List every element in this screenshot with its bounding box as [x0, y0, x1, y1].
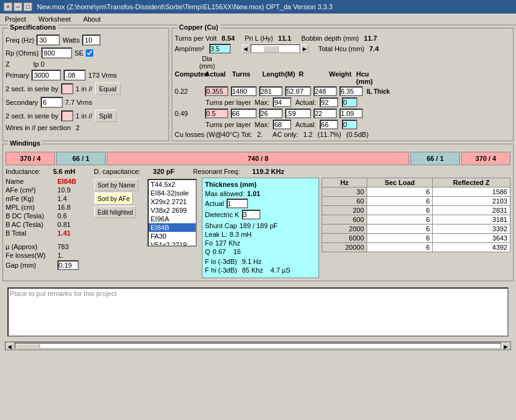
- inductance-row: Inductance: 5.6 mH D. capacitance: 320 p…: [6, 168, 510, 175]
- row2-turns[interactable]: [231, 109, 257, 118]
- flo-label: F lo (-3dB): [205, 258, 237, 265]
- menu-project[interactable]: Project: [2, 15, 28, 23]
- row2-r[interactable]: [285, 109, 311, 118]
- res-freq-label: Resonant Freq:: [193, 168, 240, 175]
- freq-cell: 30: [322, 187, 367, 197]
- row1-hcu[interactable]: [339, 86, 363, 96]
- tpl2-label: Turns per layer: [206, 121, 251, 128]
- scroll-left-btn[interactable]: ◄: [242, 44, 249, 53]
- sort-afe-button[interactable]: Sort by AFe: [94, 192, 133, 205]
- col-hcu: Hcu (mm): [356, 70, 384, 85]
- row2-actual[interactable]: [205, 109, 228, 118]
- total-hcu-label: Total Hcu (mm): [318, 45, 365, 52]
- rp-input[interactable]: 800: [41, 47, 72, 59]
- table-row: 60063181: [322, 215, 510, 224]
- actual-input[interactable]: [227, 199, 248, 208]
- btot-label: B Total: [6, 229, 55, 237]
- menu-about[interactable]: About: [81, 15, 104, 23]
- scroll-right-btn[interactable]: ►: [301, 44, 309, 53]
- list-item-ei96a[interactable]: EI96A: [149, 215, 196, 223]
- scroll-left[interactable]: ◄: [6, 342, 14, 350]
- row1-r[interactable]: [285, 86, 311, 96]
- pri-l-label: Pri L (Hy): [245, 35, 273, 42]
- copper-scrollbar[interactable]: [251, 44, 300, 53]
- table-row: 200063392: [322, 224, 510, 234]
- list-item-fa30[interactable]: FA30: [149, 232, 196, 241]
- cu-losses-label: Cu losses (W@40°C) Tot:: [175, 131, 252, 138]
- edit-button[interactable]: Edit hilighted: [94, 206, 136, 218]
- wires-val: 2: [76, 124, 80, 131]
- sect-par-label: 1 in //: [76, 85, 93, 93]
- sect-serie-input[interactable]: [61, 83, 73, 94]
- shunt-cap-label: Shunt Cap: [205, 222, 237, 229]
- bobbin-label: Bobbin depth (mm): [301, 35, 359, 42]
- close-button[interactable]: ×: [4, 2, 12, 11]
- scroll-thumb[interactable]: [15, 344, 40, 350]
- bac-label: B AC (Tesla): [6, 221, 55, 228]
- copper-panel: Copper (Cu) Turns per Volt 8.54 Pri L (H…: [172, 28, 514, 141]
- amp-mm2-input[interactable]: [209, 44, 231, 54]
- list-item-v51[interactable]: V51x2 2719: [149, 241, 196, 247]
- row2-hcu[interactable]: [339, 109, 363, 118]
- fhi-extra: 4.7 µS: [270, 266, 290, 274]
- row1-turns[interactable]: [231, 86, 257, 96]
- tpl2-max-input[interactable]: [273, 120, 291, 130]
- list-item-ei84b[interactable]: EI84B: [149, 223, 196, 232]
- il-thick-label: IL Thick: [367, 88, 390, 95]
- mu-val: 783: [57, 243, 69, 250]
- horizontal-scrollbar[interactable]: ◄ ►: [5, 342, 511, 350]
- primary-ip-input[interactable]: [64, 70, 86, 81]
- freq-cell: 3181: [433, 215, 510, 224]
- row1-actual[interactable]: [205, 86, 228, 96]
- maximize-button[interactable]: □: [23, 2, 32, 11]
- list-item-t44[interactable]: T44.5x2: [149, 180, 196, 189]
- freq-cell: 6: [367, 215, 433, 224]
- primary-vrms: 173 Vrms: [88, 72, 117, 79]
- freq-cell: 6: [367, 243, 433, 252]
- gap-input[interactable]: [57, 260, 79, 270]
- core-properties: Name EI84B AFe (cm²) 10.9 mFe (Kg) 1.4 M…: [6, 178, 92, 278]
- tpl1-max-input[interactable]: [273, 97, 291, 107]
- freq-input[interactable]: 30: [36, 35, 60, 46]
- split-button[interactable]: Split: [95, 110, 117, 122]
- scroll-right[interactable]: ►: [502, 342, 510, 350]
- menu-worksheet[interactable]: Worksheet: [36, 15, 73, 23]
- il-val2-input[interactable]: [342, 120, 357, 130]
- watts-input[interactable]: 10: [82, 35, 101, 46]
- dielectric-input[interactable]: [242, 210, 260, 220]
- remarks-area[interactable]: Place to put remarks for this project: [7, 287, 509, 337]
- row1-length[interactable]: [259, 86, 283, 96]
- bdc-label: B DC (Tesla): [6, 212, 55, 220]
- gap-label: Gap (mm): [6, 261, 55, 269]
- scroll-track[interactable]: [15, 343, 501, 349]
- secondary-input[interactable]: [41, 97, 63, 108]
- primary-label: Primary: [6, 72, 29, 79]
- minimize-button[interactable]: ─: [14, 2, 22, 11]
- flo-val: 9.1 Hz: [242, 258, 262, 265]
- primary-z-input[interactable]: [31, 70, 61, 81]
- freq-table-panel: Hz Sec Load Reflected Z 3061586606210320…: [322, 178, 510, 278]
- tpl2-actual-label: Actual:: [295, 121, 316, 128]
- freq-cell: 2000: [322, 224, 367, 234]
- bdc-val: 0.6: [57, 212, 67, 220]
- table-row: 20062831: [322, 206, 510, 215]
- row1-weight[interactable]: [314, 86, 337, 96]
- sec-serie-input[interactable]: [61, 110, 73, 121]
- sort-name-button[interactable]: Sort by Name: [94, 179, 138, 191]
- list-item-x29[interactable]: X29x2 2721: [149, 197, 196, 206]
- core-list[interactable]: T44.5x2 EI84-32|sole X29x2 2721 V38x2 26…: [148, 179, 197, 247]
- row2-weight[interactable]: [314, 109, 337, 118]
- menu-bar: Project Worksheet About: [0, 14, 516, 25]
- equal-button[interactable]: Equal: [95, 83, 121, 95]
- se-checkbox[interactable]: [86, 49, 93, 57]
- remarks-placeholder: Place to put remarks for this project: [10, 290, 117, 297]
- row2-length[interactable]: [259, 109, 283, 118]
- list-item-v38[interactable]: V38x2 2699: [149, 206, 196, 215]
- pri-l-val: 11.1: [278, 35, 291, 42]
- list-item-ei84-32[interactable]: EI84-32|sole: [149, 189, 196, 197]
- tpl2-actual-input[interactable]: [320, 120, 338, 130]
- il-val1-input[interactable]: [342, 97, 357, 107]
- sec-vrms: 7.7 Vrms: [65, 99, 93, 106]
- specs-title: Specifications: [8, 23, 58, 31]
- tpl1-actual-input[interactable]: [320, 97, 338, 107]
